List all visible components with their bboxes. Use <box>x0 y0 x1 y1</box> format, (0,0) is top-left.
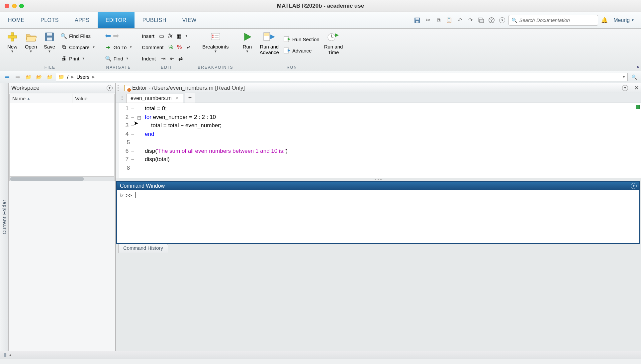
code-editor[interactable]: 1– 2– 3– 4– 5 6– 7– 8 − total = 0;for ev… <box>116 103 641 178</box>
svg-rect-2 <box>416 21 418 23</box>
uncomment-icon[interactable]: % <box>176 44 183 50</box>
insert-button[interactable]: Insert▭fx▦▼ <box>140 31 193 41</box>
chevron-right-icon: ▶ <box>71 75 74 79</box>
breakpoints-button[interactable]: Breakpoints▼ <box>200 30 231 54</box>
paste-icon[interactable]: 📋 <box>445 16 453 25</box>
command-window-input[interactable]: fx >> <box>117 190 639 243</box>
workspace-menu-icon[interactable]: ▼ <box>107 85 113 91</box>
title-bar: MATLAB R2020b - academic use <box>0 0 641 12</box>
nav-back-forward[interactable]: ⬅ ➡ <box>104 31 134 41</box>
path-browse-button[interactable]: 📂 <box>35 73 43 81</box>
editor-menu-icon[interactable]: ▼ <box>622 85 628 91</box>
line-gutter[interactable]: 1– 2– 3– 4– 5 6– 7– 8 <box>119 103 136 178</box>
indent-button[interactable]: Indent⇥⇤⇄ <box>140 53 193 64</box>
indent-icon[interactable]: ⇥ <box>160 55 166 62</box>
current-folder-tab[interactable]: Current Folder <box>0 83 9 351</box>
close-editor-button[interactable]: ✕ <box>634 84 639 92</box>
open-file-button[interactable]: Open▼ <box>22 30 40 54</box>
path-search-button[interactable]: 🔍 <box>630 73 638 81</box>
comment-button[interactable]: Comment%%⤶ <box>140 42 193 52</box>
workspace-scrollbar[interactable] <box>10 176 114 181</box>
search-input[interactable] <box>519 17 595 23</box>
drag-handle-icon[interactable] <box>118 85 120 91</box>
fx-icon[interactable]: fx <box>120 192 124 198</box>
new-tab-button[interactable]: + <box>185 93 196 103</box>
folder-icon: 📁 <box>58 74 64 80</box>
tab-publish[interactable]: PUBLISH <box>135 12 174 28</box>
search-documentation[interactable]: 🔍 <box>508 15 598 26</box>
fold-toggle-icon[interactable]: − <box>137 116 141 120</box>
comment-icon[interactable]: % <box>167 44 174 50</box>
path-up-button[interactable]: 📁 <box>24 73 33 81</box>
run-section-icon <box>284 36 290 43</box>
path-back-button[interactable]: ⬅ <box>3 73 11 81</box>
notifications-icon[interactable]: 🔔 <box>600 16 609 25</box>
help-icon[interactable]: ? <box>487 16 496 25</box>
tab-apps[interactable]: APPS <box>67 12 98 28</box>
insert-section-icon[interactable]: ▭ <box>158 33 165 39</box>
workspace-table[interactable]: Name▲ Value <box>9 94 115 181</box>
svg-marker-24 <box>288 49 290 52</box>
print-button[interactable]: 🖨Print▼ <box>59 53 97 64</box>
svg-rect-10 <box>47 33 52 36</box>
code-health-indicator[interactable] <box>636 105 640 109</box>
zoom-window-button[interactable] <box>19 4 24 8</box>
wrap-comment-icon[interactable]: ⤶ <box>185 44 191 50</box>
svg-point-13 <box>212 35 214 36</box>
compare-button[interactable]: ⧉Compare▼ <box>59 42 97 52</box>
redo-icon[interactable]: ↷ <box>466 16 475 25</box>
find-button[interactable]: 🔍Find▼ <box>104 53 134 64</box>
path-dropdown-icon[interactable]: ▼ <box>622 75 625 79</box>
cut-icon[interactable]: ✂ <box>423 16 432 25</box>
insert-fx-icon[interactable]: fx <box>167 33 174 39</box>
user-menu[interactable]: Meurig▼ <box>611 17 637 23</box>
advance-button[interactable]: Advance <box>282 45 321 56</box>
run-icon <box>241 31 254 43</box>
close-window-button[interactable] <box>5 4 9 8</box>
tab-editor[interactable]: EDITOR <box>98 12 135 28</box>
status-menu-icon[interactable]: ▲ <box>9 353 12 357</box>
tab-home[interactable]: HOME <box>0 12 33 28</box>
fold-gutter[interactable]: − <box>136 103 142 178</box>
outdent-icon[interactable]: ⇤ <box>168 55 175 62</box>
quickaccess-dropdown-icon[interactable]: ▼ <box>498 16 506 25</box>
smart-indent-icon[interactable]: ⇄ <box>177 55 184 62</box>
run-section-button[interactable]: Run Section <box>282 34 321 45</box>
back-icon[interactable]: ⬅ <box>105 32 111 40</box>
run-time-button[interactable]: Run and Time <box>321 30 346 56</box>
current-folder-path[interactable]: 📁 / ▶ Users ▶ ▼ <box>56 73 628 81</box>
tab-view[interactable]: VIEW <box>174 12 205 28</box>
workspace-col-value[interactable]: Value <box>72 94 114 103</box>
goto-button[interactable]: ➜Go To▼ <box>104 42 134 52</box>
copy-icon[interactable]: ⧉ <box>434 16 443 25</box>
close-tab-button[interactable]: ✕ <box>175 96 179 101</box>
file-tab[interactable]: even_numbers.m ✕ <box>126 94 183 103</box>
path-segment[interactable]: Users <box>76 74 89 80</box>
tab-plots[interactable]: PLOTS <box>33 12 67 28</box>
path-root[interactable]: / <box>67 74 68 80</box>
save-quick-icon[interactable] <box>413 16 421 25</box>
horizontal-splitter[interactable] <box>116 178 641 181</box>
run-advance-button[interactable]: Run and Advance <box>257 30 282 56</box>
minimize-toolstrip-icon[interactable]: ▴ <box>637 63 639 69</box>
save-file-button[interactable]: Save▼ <box>41 30 58 54</box>
find-files-button[interactable]: 🔍Find Files <box>59 31 97 41</box>
run-button[interactable]: Run▼ <box>238 30 256 54</box>
svg-rect-8 <box>8 36 17 38</box>
minimize-window-button[interactable] <box>12 4 17 8</box>
code-content[interactable]: total = 0;for even_number = 2 : 2 : 10 t… <box>142 103 290 178</box>
command-history-tab[interactable]: Command History <box>118 244 168 253</box>
undo-icon[interactable]: ↶ <box>455 16 464 25</box>
switch-windows-icon[interactable] <box>477 16 485 25</box>
workspace-col-name[interactable]: Name▲ <box>10 94 72 103</box>
path-add-button[interactable]: 📁 <box>45 73 54 81</box>
drag-handle-icon[interactable] <box>122 96 124 100</box>
status-grip-icon[interactable] <box>3 353 7 357</box>
run-advance-icon <box>263 31 276 43</box>
new-file-button[interactable]: New▼ <box>3 30 21 54</box>
chevron-right-icon[interactable]: ▶ <box>92 75 95 79</box>
command-window-menu-icon[interactable]: ▼ <box>631 183 637 189</box>
forward-icon[interactable]: ➡ <box>113 32 119 40</box>
path-forward-button[interactable]: ➡ <box>13 73 22 81</box>
insert-snippet-icon[interactable]: ▦ <box>176 33 182 39</box>
